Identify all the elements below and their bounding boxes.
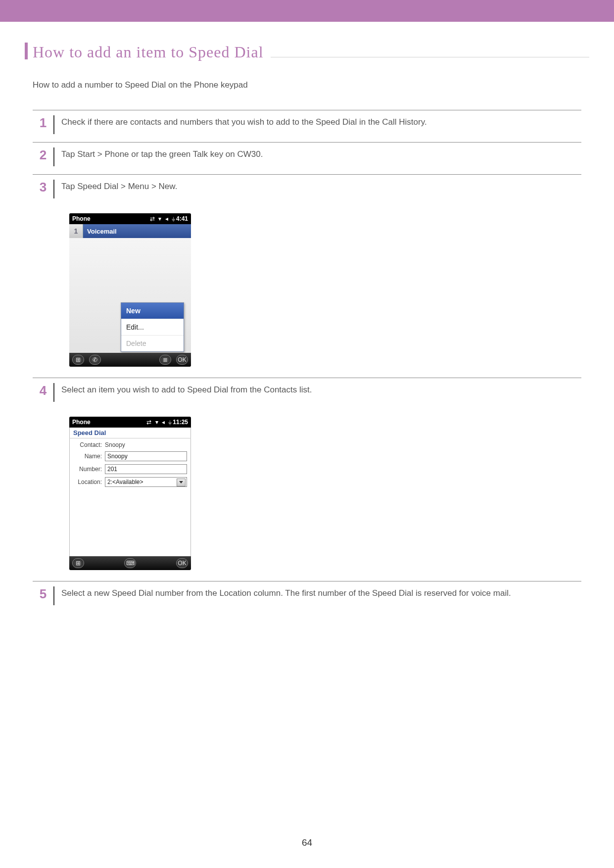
header-band xyxy=(0,0,614,22)
label-name: Name: xyxy=(73,453,102,460)
phone-screen-speed-dial-form: Phone ⇄ ▾ ◂ ⏚ 11:25 Speed Dial Contact: … xyxy=(69,417,191,570)
page-content: How to add an item to Speed Dial How to … xyxy=(0,22,614,613)
start-icon[interactable]: ⊞ xyxy=(72,558,84,568)
keyboard-icon[interactable]: ⌨ xyxy=(124,558,136,568)
phone-body: New Edit... Delete xyxy=(69,238,191,353)
step-5: 5 Select a new Speed Dial number from th… xyxy=(33,581,581,613)
step-number: 4 xyxy=(33,383,54,402)
page-number: 64 xyxy=(0,837,614,848)
section-title-row: How to add an item to Speed Dial xyxy=(25,43,589,61)
phone-screen-speed-dial-menu: Phone ⇄ ▾ ◂ ⏚ 4:41 1 Voicemail New Edit.… xyxy=(69,213,191,367)
step-text: Select a new Speed Dial number from the … xyxy=(61,586,581,600)
step-1: 1 Check if there are contacts and number… xyxy=(33,110,581,142)
title-rule xyxy=(271,57,589,57)
input-name[interactable]: Snoopy xyxy=(105,451,187,461)
ok-button[interactable]: OK xyxy=(176,355,188,365)
phone-softkey-bar: ⊞ ✆ ≣ OK xyxy=(69,353,191,367)
form-heading: Speed Dial xyxy=(69,428,191,438)
label-number: Number: xyxy=(73,466,102,473)
context-menu: New Edit... Delete xyxy=(121,302,184,352)
screenshot-1: Phone ⇄ ▾ ◂ ⏚ 4:41 1 Voicemail New Edit.… xyxy=(69,213,581,367)
menu-item-delete[interactable]: Delete xyxy=(121,336,184,351)
step-text: Select an item you wish to add to Speed … xyxy=(61,383,581,396)
section-title: How to add an item to Speed Dial xyxy=(33,43,271,61)
intro-text: How to add a number to Speed Dial on the… xyxy=(33,80,589,90)
label-location: Location: xyxy=(73,479,102,485)
app-title: Phone xyxy=(72,419,91,426)
menu-item-edit[interactable]: Edit... xyxy=(121,319,184,336)
title-accent-bar xyxy=(25,43,28,59)
status-icons: ⇄ ▾ ◂ ⏚ xyxy=(150,215,176,222)
phone-status-bar: Phone ⇄ ▾ ◂ ⏚ 11:25 xyxy=(69,417,191,428)
input-number[interactable]: 201 xyxy=(105,464,187,474)
step-2: 2 Tap Start > Phone or tap the green Tal… xyxy=(33,142,581,174)
screenshot-2: Phone ⇄ ▾ ◂ ⏚ 11:25 Speed Dial Contact: … xyxy=(69,417,581,570)
speed-dial-form: Contact: Snoopy Name: Snoopy Number: 201… xyxy=(69,438,191,493)
row-location: Location: 2:<Available> xyxy=(73,477,187,487)
app-title: Phone xyxy=(72,215,91,222)
status-icons: ⇄ ▾ ◂ ⏚ xyxy=(146,419,173,426)
step-text: Tap Speed Dial > Menu > New. xyxy=(61,180,581,193)
value-contact: Snoopy xyxy=(105,441,125,448)
step-3: 3 Tap Speed Dial > Menu > New. xyxy=(33,174,581,206)
row-name: Name: Snoopy xyxy=(73,451,187,461)
phone-icon[interactable]: ✆ xyxy=(89,355,101,365)
speed-dial-slot-1: 1 xyxy=(69,224,83,238)
step-number: 3 xyxy=(33,180,54,198)
clock: 11:25 xyxy=(173,419,188,426)
ok-button[interactable]: OK xyxy=(176,558,188,568)
phone-status-bar: Phone ⇄ ▾ ◂ ⏚ 4:41 xyxy=(69,213,191,224)
row-contact: Contact: Snoopy xyxy=(73,441,187,448)
step-4: 4 Select an item you wish to add to Spee… xyxy=(33,378,581,410)
phone-softkey-bar: ⊞ ⌨ OK xyxy=(69,556,191,570)
step-number: 1 xyxy=(33,115,54,134)
menu-item-new[interactable]: New xyxy=(121,303,184,319)
row-number: Number: 201 xyxy=(73,464,187,474)
label-contact: Contact: xyxy=(73,441,102,448)
step-number: 5 xyxy=(33,586,54,605)
clock: 4:41 xyxy=(176,215,188,222)
start-icon[interactable]: ⊞ xyxy=(72,355,84,365)
select-location[interactable]: 2:<Available> xyxy=(105,477,187,487)
menu-icon[interactable]: ≣ xyxy=(159,355,171,365)
step-text: Tap Start > Phone or tap the green Talk … xyxy=(61,147,581,161)
select-location-value: 2:<Available> xyxy=(107,479,143,485)
voicemail-label: Voicemail xyxy=(83,224,117,238)
step-text: Check if there are contacts and numbers … xyxy=(61,115,581,129)
steps-list: 1 Check if there are contacts and number… xyxy=(33,110,581,613)
voicemail-row[interactable]: 1 Voicemail xyxy=(69,224,191,238)
step-number: 2 xyxy=(33,147,54,166)
chevron-down-icon xyxy=(179,481,183,483)
